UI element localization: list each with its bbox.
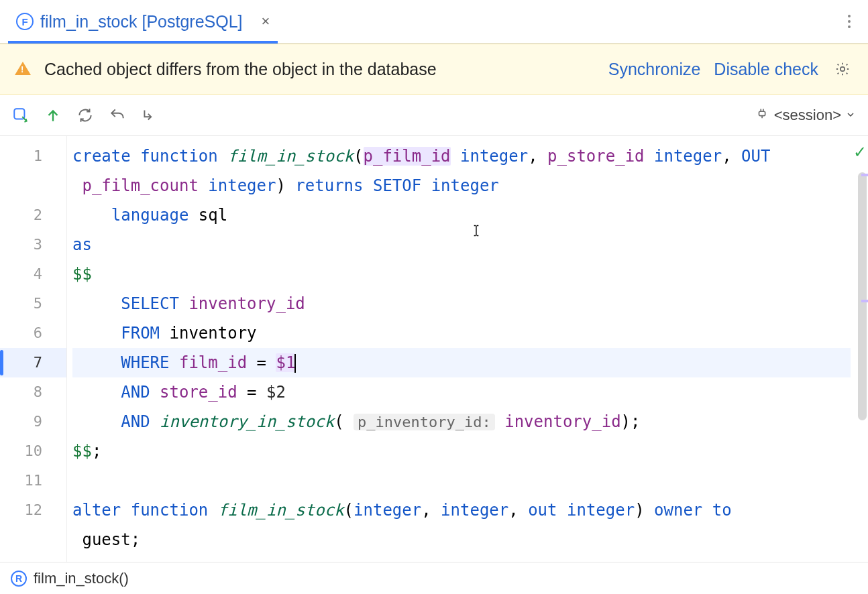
code-line: WHERE film_id = $1 (72, 348, 851, 377)
code-line: FROM inventory (72, 318, 851, 348)
chevron-down-icon (845, 107, 856, 124)
code-line: AND inventory_in_stock( p_inventory_id: … (72, 407, 851, 436)
editor-right-rail: ✓ (851, 136, 868, 562)
line-number: 5 (0, 289, 66, 318)
session-selector[interactable]: <session> (755, 106, 856, 125)
marker (861, 300, 868, 302)
gutter: 1 2 3 4 5 6 7 8 9 10 11 12 (0, 136, 67, 562)
line-number: 8 (0, 377, 66, 407)
line-number: 3 (0, 230, 66, 259)
kebab-menu-icon[interactable] (838, 9, 860, 34)
code-line: alter function film_in_stock(integer, in… (72, 495, 851, 554)
svg-point-0 (840, 67, 845, 71)
code-line: language sql (72, 200, 851, 230)
synchronize-link[interactable]: Synchronize (608, 60, 701, 79)
breadcrumb[interactable]: film_in_stock() (34, 570, 129, 587)
code-line: $$; (72, 436, 851, 466)
code-line (72, 466, 851, 495)
notification-message: Cached object differs from the object in… (44, 60, 595, 79)
line-number: 12 (0, 495, 66, 554)
code-area[interactable]: create function film_in_stock(p_film_id … (67, 136, 851, 562)
tab-title: film_in_stock [PostgreSQL] (40, 12, 243, 32)
function-icon: F (16, 13, 34, 30)
svg-rect-2 (759, 111, 765, 115)
plug-icon (755, 106, 770, 125)
undo-icon[interactable] (109, 107, 126, 124)
close-icon[interactable]: × (262, 13, 270, 30)
gear-icon[interactable] (832, 58, 853, 80)
line-number: 4 (0, 259, 66, 289)
ibeam-cursor-icon (470, 221, 483, 245)
code-line: as (72, 230, 851, 259)
code-line: create function film_in_stock(p_film_id … (72, 141, 851, 200)
refresh-icon[interactable] (76, 107, 94, 124)
notification-bar: Cached object differs from the object in… (0, 44, 868, 95)
disable-check-link[interactable]: Disable check (714, 60, 818, 79)
upload-icon[interactable] (44, 107, 62, 124)
status-bar: R film_in_stock() (0, 562, 868, 594)
step-icon[interactable] (141, 107, 158, 124)
code-line: $$ (72, 259, 851, 289)
editor-toolbar: <session> (0, 95, 868, 136)
line-number: 9 (0, 407, 66, 436)
line-number: 7 (0, 348, 66, 377)
line-number: 1 (0, 141, 66, 200)
execute-icon[interactable] (12, 107, 30, 124)
parameter-hint: p_inventory_id: (354, 414, 495, 430)
code-line: AND store_id = $2 (72, 377, 851, 407)
session-label: <session> (774, 107, 841, 124)
editor[interactable]: 1 2 3 4 5 6 7 8 9 10 11 12 create functi… (0, 136, 868, 562)
line-number: 6 (0, 318, 66, 348)
check-icon: ✓ (853, 143, 867, 162)
line-number: 2 (0, 200, 66, 230)
line-number: 11 (0, 466, 66, 495)
line-number: 10 (0, 436, 66, 466)
tab-bar: F film_in_stock [PostgreSQL] × (0, 0, 868, 44)
tab-film-in-stock[interactable]: F film_in_stock [PostgreSQL] × (8, 0, 278, 43)
warning-icon (15, 62, 31, 75)
scrollbar-thumb[interactable] (858, 172, 867, 420)
text-caret (294, 354, 296, 373)
marker (861, 174, 868, 176)
routine-icon: R (11, 571, 27, 587)
code-line: SELECT inventory_id (72, 289, 851, 318)
